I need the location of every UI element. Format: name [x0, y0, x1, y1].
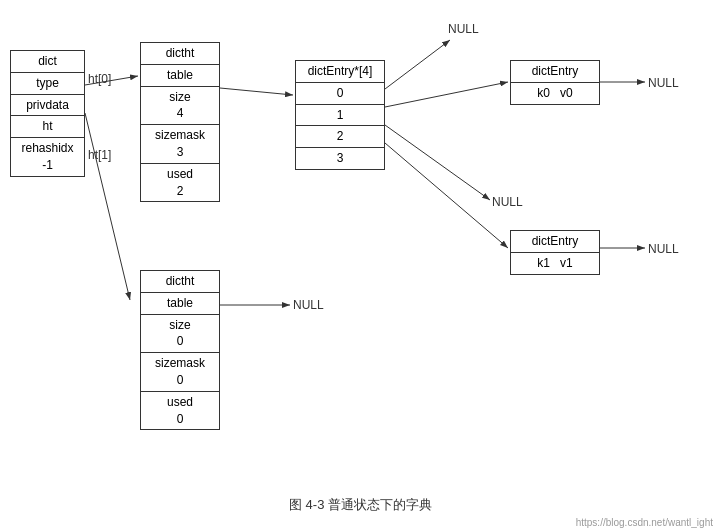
svg-line-2 — [85, 113, 130, 300]
dictentry-bottom-header: dictEntry — [511, 231, 599, 253]
dictentry-array-box: dictEntry*[4] 0 1 2 3 — [295, 60, 385, 170]
dictht-bottom-sizemask: sizemask0 — [141, 353, 219, 392]
dictht-bottom-table: table — [141, 293, 219, 315]
dictht-top-header: dictht — [141, 43, 219, 65]
dictht-top-used: used2 — [141, 164, 219, 202]
dictentry-array-header: dictEntry*[4] — [296, 61, 384, 83]
dictentry-array-3: 3 — [296, 148, 384, 169]
dictentry-top-box: dictEntry k0 v0 — [510, 60, 600, 105]
dictht-bottom-header: dictht — [141, 271, 219, 293]
diagram-container: dict type privdata ht rehashidx-1 ht[0] … — [0, 0, 721, 532]
caption: 图 4-3 普通状态下的字典 — [0, 496, 721, 514]
svg-line-7 — [385, 143, 508, 248]
dictentry-bottom-kv: k1 v1 — [511, 253, 599, 274]
null-bottom-table: NULL — [293, 298, 324, 312]
dictentry-array-2: 2 — [296, 126, 384, 148]
dictentry-top-header: dictEntry — [511, 61, 599, 83]
svg-line-3 — [220, 88, 293, 95]
dictht-top-box: dictht table size4 sizemask3 used2 — [140, 42, 220, 202]
svg-line-5 — [385, 82, 508, 107]
dictht-top-table: table — [141, 65, 219, 87]
null-middle: NULL — [492, 195, 523, 209]
dictentry-top-kv: k0 v0 — [511, 83, 599, 104]
watermark: https://blog.csdn.net/wantl_ight — [576, 517, 713, 528]
ht1-label: ht[1] — [88, 148, 111, 162]
dictentry-array-1: 1 — [296, 105, 384, 127]
dictentry-bottom-box: dictEntry k1 v1 — [510, 230, 600, 275]
dict-cell-rehashidx: rehashidx-1 — [11, 138, 84, 176]
dictentry-array-0: 0 — [296, 83, 384, 105]
dictht-bottom-size: size0 — [141, 315, 219, 354]
dict-cell-ht: ht — [11, 116, 84, 138]
null-right-top: NULL — [648, 76, 679, 90]
dict-cell-dict: dict — [11, 51, 84, 73]
dictht-top-size: size4 — [141, 87, 219, 126]
svg-line-4 — [385, 40, 450, 89]
svg-line-6 — [385, 125, 490, 200]
null-top: NULL — [448, 22, 479, 36]
dict-box: dict type privdata ht rehashidx-1 — [10, 50, 85, 177]
ht0-label: ht[0] — [88, 72, 111, 86]
dictht-top-sizemask: sizemask3 — [141, 125, 219, 164]
dictht-bottom-box: dictht table size0 sizemask0 used0 — [140, 270, 220, 430]
null-right-bottom: NULL — [648, 242, 679, 256]
dictht-bottom-used: used0 — [141, 392, 219, 430]
dict-cell-type: type — [11, 73, 84, 95]
dict-cell-privdata: privdata — [11, 95, 84, 117]
